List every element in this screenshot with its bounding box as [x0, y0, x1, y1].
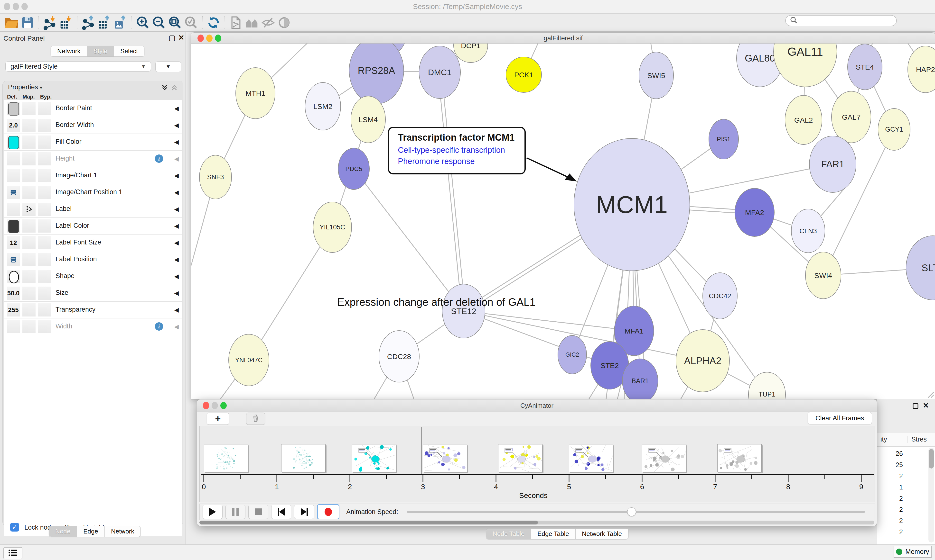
column-header-centrality[interactable]: ity: [881, 436, 887, 443]
bypass-cell[interactable]: [38, 186, 51, 199]
expand-property-icon[interactable]: ◀: [174, 306, 179, 313]
collapse-all-icon[interactable]: [171, 84, 178, 92]
tab-network-style[interactable]: Network: [105, 526, 140, 537]
network-canvas[interactable]: DCP1DMC1RPS28APCK1MTH1LSM2LSM4SWI5GAL80G…: [191, 43, 935, 399]
properties-header[interactable]: Properties: [8, 83, 38, 91]
tab-network-table[interactable]: Network Table: [576, 529, 628, 539]
network-node-YNL047C[interactable]: YNL047C: [228, 334, 269, 386]
network-node-STE4[interactable]: STE4: [848, 44, 882, 90]
export-network-icon[interactable]: [80, 15, 96, 31]
table-cell-value[interactable]: 26: [877, 450, 903, 458]
default-value-cell[interactable]: [7, 152, 20, 165]
mapping-cell[interactable]: [22, 169, 35, 182]
bypass-cell[interactable]: [38, 286, 51, 300]
network-node-PCK1[interactable]: PCK1: [506, 57, 542, 92]
tab-style[interactable]: Style: [87, 46, 114, 57]
bypass-cell[interactable]: [38, 236, 51, 249]
property-row-fill-color[interactable]: Fill Color◀: [4, 134, 182, 151]
bypass-cell[interactable]: [38, 303, 51, 317]
timeline-frame-4[interactable]: [423, 444, 467, 472]
expand-property-icon[interactable]: ◀: [174, 239, 179, 246]
mapping-cell[interactable]: [22, 253, 35, 266]
zoom-fit-content-icon[interactable]: [167, 15, 183, 31]
expand-property-icon[interactable]: ◀: [174, 290, 179, 297]
close-panel-icon[interactable]: ✕: [178, 34, 184, 42]
zoom-selected-icon[interactable]: [183, 15, 199, 31]
float-panel-icon[interactable]: ▢: [168, 34, 175, 42]
property-row-border-paint[interactable]: Border Paint◀: [4, 100, 182, 117]
table-cell-value[interactable]: 2: [877, 495, 903, 502]
table-cell-value[interactable]: 2: [877, 506, 903, 514]
mapping-cell[interactable]: [22, 186, 35, 199]
mapping-cell[interactable]: [22, 270, 35, 283]
network-node-GIC2[interactable]: GIC2: [558, 335, 586, 374]
slider-knob[interactable]: [627, 508, 636, 516]
network-node-SNF3[interactable]: SNF3: [199, 155, 231, 199]
import-table-icon[interactable]: [58, 15, 74, 31]
tab-edge-table[interactable]: Edge Table: [531, 529, 576, 539]
network-window-titlebar[interactable]: galFiltered.sif: [191, 32, 935, 43]
timeline-frame-1[interactable]: [204, 444, 248, 472]
network-node-GCY1[interactable]: GCY1: [878, 109, 910, 150]
default-value-cell[interactable]: [7, 135, 20, 149]
network-node-BAR1[interactable]: BAR1: [622, 359, 658, 399]
bypass-cell[interactable]: [38, 270, 51, 283]
next-frame-button[interactable]: [294, 505, 314, 519]
network-node-SWI4[interactable]: SWI4: [805, 252, 841, 299]
show-all-icon[interactable]: [276, 15, 292, 31]
bypass-cell[interactable]: [38, 135, 51, 149]
animation-speed-slider[interactable]: [407, 511, 865, 513]
timeline-horizontal-scrollbar[interactable]: [199, 521, 874, 525]
network-node-HAP2[interactable]: HAP2: [908, 46, 935, 93]
network-node-PIS1[interactable]: PIS1: [709, 119, 739, 159]
lock-size-checkbox[interactable]: ✓: [10, 523, 19, 532]
network-node-STE12[interactable]: STE12: [442, 284, 485, 338]
search-input[interactable]: [785, 15, 897, 26]
bypass-cell[interactable]: [38, 219, 51, 232]
property-row-label[interactable]: Label◀: [4, 201, 182, 218]
default-value-cell[interactable]: [7, 219, 20, 232]
position-icon[interactable]: [7, 253, 20, 266]
style-dropdown[interactable]: galFiltered Style ▼: [5, 61, 151, 72]
default-value-cell[interactable]: [7, 102, 20, 115]
property-row-size[interactable]: 50.0Size◀: [4, 285, 182, 302]
expand-property-icon[interactable]: ◀: [174, 122, 179, 129]
export-image-icon[interactable]: [113, 15, 128, 31]
export-table-icon[interactable]: [96, 15, 113, 31]
network-node-CDC42[interactable]: CDC42: [703, 273, 737, 319]
info-icon[interactable]: i: [155, 154, 163, 163]
timeline-frame-3[interactable]: [352, 444, 397, 472]
save-icon[interactable]: [20, 15, 35, 31]
timeline-frame-6[interactable]: [569, 444, 613, 472]
table-cell-value[interactable]: 2: [877, 517, 903, 525]
network-node-LSM2[interactable]: LSM2: [305, 83, 341, 130]
first-neighbors-icon[interactable]: [244, 15, 260, 31]
memory-button[interactable]: Memory: [893, 546, 932, 558]
show-panels-button[interactable]: [3, 547, 22, 559]
expand-property-icon[interactable]: ◀: [174, 323, 179, 330]
bypass-cell[interactable]: [38, 203, 51, 216]
default-value-cell[interactable]: 50.0: [7, 286, 20, 300]
table-cell-value[interactable]: 2: [877, 528, 903, 536]
default-value-cell[interactable]: 12: [7, 236, 20, 249]
expand-property-icon[interactable]: ◀: [174, 256, 179, 263]
expand-property-icon[interactable]: ◀: [174, 138, 179, 146]
zoom-out-icon[interactable]: [151, 15, 167, 31]
previous-frame-button[interactable]: [271, 505, 291, 519]
network-node-YIL105C[interactable]: YIL105C: [313, 202, 352, 252]
add-frame-button[interactable]: +: [207, 412, 229, 425]
tab-select[interactable]: Select: [114, 46, 144, 57]
network-node-FAR1[interactable]: FAR1: [809, 136, 856, 192]
bypass-cell[interactable]: [38, 253, 51, 266]
network-file-icon[interactable]: [228, 15, 244, 31]
table-vertical-scrollbar[interactable]: [929, 448, 934, 543]
info-icon[interactable]: i: [155, 322, 163, 331]
play-button[interactable]: [202, 505, 222, 519]
default-value-cell[interactable]: [7, 203, 20, 216]
record-button[interactable]: [317, 504, 339, 519]
annotation-link-1[interactable]: Cell-type-specific transcription: [398, 146, 505, 155]
mapping-cell[interactable]: [22, 236, 35, 249]
expand-all-icon[interactable]: [161, 84, 168, 92]
property-row-border-width[interactable]: 2.0Border Width◀: [4, 117, 182, 134]
network-node-RPS28A[interactable]: RPS28A: [349, 43, 404, 104]
